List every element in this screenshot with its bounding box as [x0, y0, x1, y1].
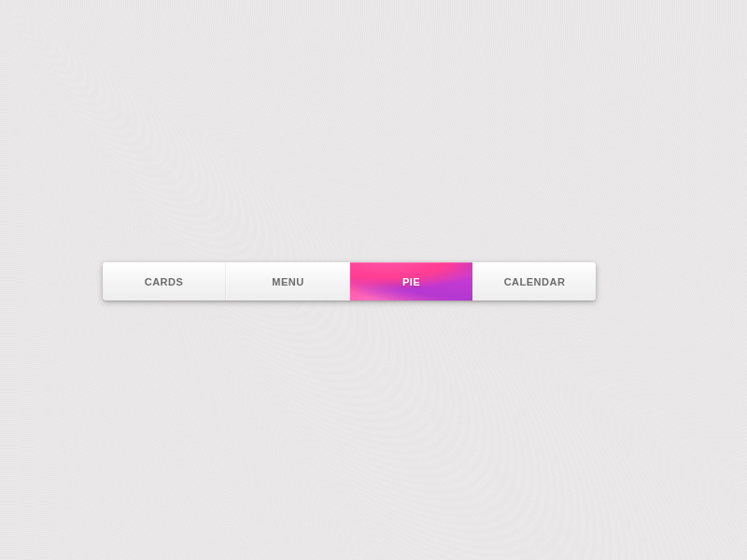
nav-item-pie[interactable]: PIE [350, 262, 472, 301]
nav-item-label: CARDS [145, 276, 184, 287]
nav-item-calendar[interactable]: CALENDAR [472, 262, 596, 301]
nav-item-menu[interactable]: MENU [226, 262, 350, 301]
top-nav: CARDS MENU PIE CALENDAR [103, 262, 596, 301]
nav-item-cards[interactable]: CARDS [103, 262, 226, 301]
nav-item-label: CALENDAR [504, 276, 566, 287]
nav-item-label: MENU [272, 276, 303, 287]
nav-item-label: PIE [402, 276, 420, 287]
